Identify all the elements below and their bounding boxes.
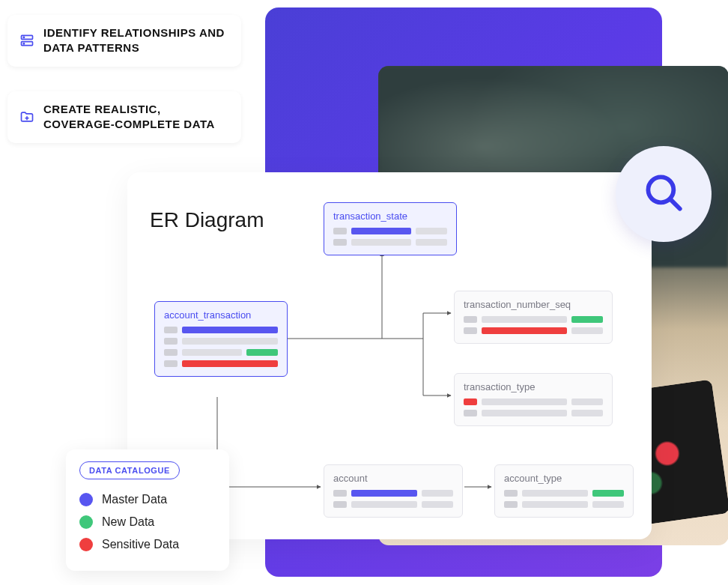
dot-sensitive-icon (79, 538, 93, 551)
legend-item-sensitive: Sensitive Data (79, 533, 216, 556)
entity-account-transaction: account_transaction (154, 301, 288, 377)
dot-new-icon (79, 515, 93, 529)
entity-name: account_transaction (164, 309, 278, 321)
entity-account: account (324, 464, 463, 518)
legend-label: New Data (102, 515, 154, 529)
entity-name: transaction_state (333, 210, 447, 222)
legend-title-pill: DATA CATALOGUE (79, 461, 180, 479)
add-folder-icon (19, 109, 34, 124)
search-badge (616, 146, 712, 242)
entity-name: transaction_number_seq (464, 299, 603, 310)
callout-create-data: CREATE REALISTIC, COVERAGE-COMPLETE DATA (7, 91, 241, 143)
entity-name: transaction_type (464, 381, 603, 392)
legend-label: Master Data (102, 493, 167, 506)
entity-transaction-state: transaction_state (324, 202, 457, 255)
entity-transaction-number-seq: transaction_number_seq (454, 291, 613, 344)
svg-line-7 (671, 200, 680, 209)
svg-point-3 (23, 43, 24, 44)
dot-master-icon (79, 493, 93, 506)
search-icon (642, 171, 685, 217)
server-icon (19, 33, 34, 48)
entity-name: account_type (504, 473, 624, 484)
entity-transaction-type: transaction_type (454, 373, 613, 426)
legend-item-master: Master Data (79, 488, 216, 511)
entity-name: account (333, 473, 453, 484)
callout-text: CREATE REALISTIC, COVERAGE-COMPLETE DATA (43, 102, 225, 133)
legend-item-new: New Data (79, 511, 216, 533)
data-catalogue-legend: DATA CATALOGUE Master Data New Data Sens… (66, 449, 229, 571)
entity-account-type: account_type (494, 464, 634, 518)
svg-point-2 (23, 37, 24, 37)
callout-text: IDENTIFY RELATIONSHIPS AND DATA PATTERNS (43, 25, 225, 56)
er-diagram-title: ER Diagram (150, 208, 264, 232)
callout-identify-relationships: IDENTIFY RELATIONSHIPS AND DATA PATTERNS (7, 15, 241, 67)
legend-label: Sensitive Data (102, 538, 179, 551)
